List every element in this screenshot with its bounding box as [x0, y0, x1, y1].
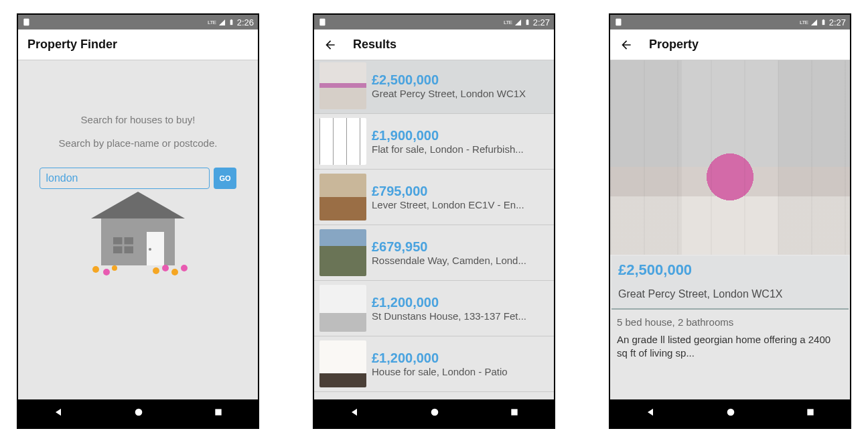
network-type: LTE: [504, 19, 512, 25]
result-address: Great Percy Street, London WC1X: [372, 88, 549, 99]
result-row[interactable]: £2,500,000 Great Percy Street, London WC…: [314, 60, 554, 114]
phone-screen-search: LTE 2:26 Property Finder Search for hous…: [17, 13, 259, 429]
svg-rect-24: [616, 19, 621, 26]
nav-home-button[interactable]: [120, 401, 157, 426]
detail-price: £2,500,000: [618, 261, 842, 279]
android-nav-bar: [314, 399, 554, 428]
result-address: Flat for sale, London - Refurbish...: [372, 143, 549, 155]
svg-point-16: [181, 265, 188, 271]
svg-rect-18: [215, 409, 221, 415]
svg-point-11: [103, 269, 110, 275]
nav-home-button[interactable]: [416, 401, 453, 426]
svg-point-14: [162, 265, 169, 271]
results-body[interactable]: £2,500,000 Great Percy Street, London WC…: [314, 60, 554, 399]
results-list: £2,500,000 Great Percy Street, London WC…: [314, 60, 554, 392]
svg-point-12: [112, 265, 117, 271]
app-bar: Property: [610, 29, 850, 60]
svg-rect-21: [526, 19, 528, 19]
result-row[interactable]: £1,200,000 St Dunstans House, 133-137 Fe…: [314, 281, 554, 336]
go-button[interactable]: GO: [214, 168, 236, 189]
result-thumbnail: [319, 174, 366, 220]
svg-point-15: [171, 269, 178, 275]
nav-recent-button[interactable]: [496, 402, 532, 425]
svg-point-6: [149, 248, 151, 251]
detail-header: £2,500,000 Great Percy Street, London WC…: [611, 256, 849, 310]
back-icon[interactable]: [323, 38, 337, 52]
status-bar: LTE 2:26: [18, 15, 258, 29]
signal-icon: [514, 19, 522, 26]
nav-back-button[interactable]: [336, 401, 373, 426]
clock: 2:26: [237, 17, 254, 27]
result-text: £1,200,000 St Dunstans House, 133-137 Fe…: [372, 295, 549, 322]
result-row[interactable]: £679,950 Rossendale Way, Camden, Lond...: [314, 225, 554, 281]
result-row[interactable]: £1,900,000 Flat for sale, London - Refur…: [314, 114, 554, 170]
network-type: LTE: [208, 19, 216, 25]
network-type: LTE: [800, 19, 808, 25]
search-input[interactable]: [40, 168, 210, 189]
result-row[interactable]: £795,000 Lever Street, London EC1V - En.…: [314, 170, 554, 225]
back-icon[interactable]: [620, 38, 633, 52]
hero-image: [610, 60, 850, 255]
battery-icon: [228, 19, 235, 26]
card-icon: [614, 17, 624, 27]
detail-address: Great Percy Street, London WC1X: [618, 288, 842, 300]
result-text: £1,900,000 Flat for sale, London - Refur…: [372, 128, 549, 155]
svg-point-17: [135, 409, 143, 416]
android-nav-bar: [610, 399, 850, 428]
svg-point-13: [153, 267, 159, 274]
battery-icon: [820, 19, 827, 26]
card-icon: [318, 17, 328, 27]
svg-rect-20: [526, 19, 528, 24]
signal-icon: [810, 19, 818, 26]
nav-home-button[interactable]: [712, 401, 749, 426]
phone-screen-results: LTE 2:27 Results £2,500,000 Great Percy …: [313, 13, 555, 429]
result-row[interactable]: £1,200,000 House for sale, London - Pati…: [314, 336, 554, 392]
search-hint-2: Search by place-name or postcode.: [59, 137, 218, 149]
signal-icon: [218, 19, 226, 26]
result-thumbnail: [319, 229, 366, 276]
search-body: Search for houses to buy! Search by plac…: [18, 60, 258, 399]
nav-back-button[interactable]: [40, 401, 77, 426]
detail-description: An grade ll listed georgian home offerin…: [610, 330, 850, 363]
phone-screen-detail: LTE 2:27 Property £2,500,000 Great Percy…: [609, 13, 851, 429]
result-text: £2,500,000 Great Percy Street, London WC…: [372, 72, 549, 99]
result-price: £1,200,000: [372, 295, 549, 310]
nav-recent-button[interactable]: [792, 402, 828, 425]
svg-rect-19: [319, 19, 325, 26]
svg-rect-2: [230, 19, 232, 19]
search-hint-1: Search for houses to buy!: [81, 114, 196, 125]
result-price: £679,950: [372, 239, 549, 255]
status-bar: LTE 2:27: [610, 15, 850, 29]
svg-rect-23: [511, 409, 517, 415]
nav-recent-button[interactable]: [200, 402, 236, 425]
result-text: £795,000 Lever Street, London EC1V - En.…: [372, 184, 549, 210]
android-nav-bar: [18, 399, 258, 428]
nav-back-button[interactable]: [632, 401, 669, 426]
card-icon: [22, 17, 31, 27]
svg-rect-26: [822, 19, 824, 19]
svg-point-22: [431, 409, 439, 416]
battery-icon: [524, 19, 531, 26]
app-bar: Results: [314, 29, 554, 60]
svg-rect-25: [822, 19, 824, 24]
clock: 2:27: [829, 17, 846, 27]
result-thumbnail: [319, 285, 366, 332]
result-price: £1,900,000: [372, 128, 549, 143]
result-thumbnail: [319, 340, 366, 387]
svg-rect-0: [23, 19, 29, 26]
detail-body[interactable]: £2,500,000 Great Percy Street, London WC…: [610, 60, 850, 399]
app-title: Property Finder: [27, 38, 117, 52]
house-illustration: [74, 192, 202, 286]
detail-meta: 5 bed house, 2 bathrooms: [610, 311, 850, 330]
result-address: Rossendale Way, Camden, Lond...: [372, 255, 549, 266]
app-bar: Property Finder: [18, 29, 258, 60]
result-thumbnail: [319, 118, 366, 165]
clock: 2:27: [533, 17, 550, 27]
app-title: Property: [649, 38, 699, 52]
result-price: £1,200,000: [372, 351, 549, 366]
result-thumbnail: [319, 62, 366, 109]
svg-rect-28: [807, 409, 813, 415]
result-text: £679,950 Rossendale Way, Camden, Lond...: [372, 239, 549, 266]
result-price: £795,000: [372, 184, 549, 199]
svg-marker-3: [91, 192, 185, 218]
